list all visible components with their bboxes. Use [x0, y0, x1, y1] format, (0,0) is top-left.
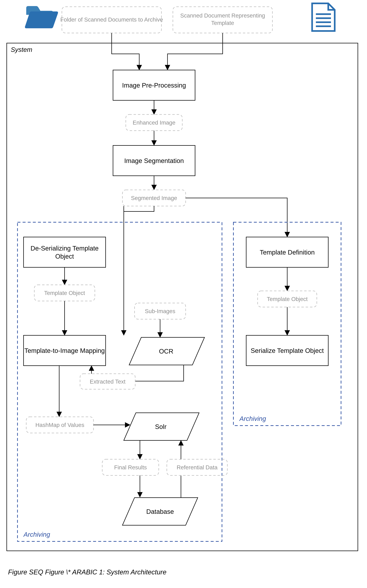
svg-text:Referential Data: Referential Data: [177, 464, 217, 471]
svg-text:Image Pre-Processing: Image Pre-Processing: [122, 82, 186, 89]
svg-text:Template Object: Template Object: [44, 290, 85, 296]
svg-text:Image Segmentation: Image Segmentation: [124, 157, 184, 164]
data-enhanced-image: Enhanced Image: [126, 114, 182, 131]
figure-caption: Figure SEQ Figure \* ARABIC 1: System Ar…: [8, 568, 167, 576]
svg-text:Extracted Text: Extracted Text: [90, 379, 125, 385]
proc-template-to-image-mapping: Template-to-Image Mapping: [24, 335, 106, 366]
input-folder-box: Folder of Scanned Documents to Archive: [60, 7, 163, 33]
data-sub-images: Sub-Images: [134, 303, 186, 319]
edge-segimg-right: [186, 198, 287, 237]
svg-text:Template Object: Template Object: [267, 296, 308, 302]
input-folder-label: Folder of Scanned Documents to Archive: [60, 17, 163, 23]
proc-database: Database: [122, 498, 198, 525]
proc-solr: Solr: [124, 413, 199, 441]
svg-text:Final Results: Final Results: [114, 464, 147, 471]
data-final-results: Final Results: [102, 459, 159, 476]
proc-template-definition: Template Definition: [246, 237, 328, 267]
input-doc-label-line1: Scanned Document Representing: [180, 12, 265, 19]
proc-image-segmentation: Image Segmentation: [113, 146, 195, 176]
svg-text:Template-to-Image Mapping: Template-to-Image Mapping: [24, 347, 105, 354]
archiving-right-label: Archiving: [239, 415, 266, 422]
data-extracted-text: Extracted Text: [80, 374, 135, 389]
data-template-object-left: Template Object: [34, 285, 95, 301]
svg-text:Template Definition: Template Definition: [260, 249, 315, 256]
svg-text:OCR: OCR: [159, 348, 173, 355]
svg-text:HashMap of Values: HashMap of Values: [35, 422, 84, 428]
diagram-svg: Folder of Scanned Documents to Archive S…: [0, 0, 367, 588]
data-hashmap-values: HashMap of Values: [26, 417, 93, 433]
proc-image-preprocessing: Image Pre-Processing: [113, 70, 195, 100]
proc-serialize-template: Serialize Template Object: [246, 335, 328, 366]
svg-text:Database: Database: [146, 508, 174, 515]
data-segmented-image: Segmented Image: [122, 190, 186, 206]
svg-text:De-Serializing Template: De-Serializing Template: [31, 245, 99, 252]
input-doc-label-line2: Template: [211, 20, 234, 26]
edge-ocr-down: [135, 365, 184, 381]
proc-ocr: OCR: [129, 337, 204, 365]
svg-text:Solr: Solr: [155, 423, 167, 430]
folder-icon: [25, 6, 58, 28]
data-referential-data: Referential Data: [167, 459, 227, 476]
proc-deserialize-template: De-Serializing Template Object De-Serial…: [0, 0, 106, 267]
svg-text:Object: Object: [55, 253, 74, 260]
svg-text:Sub-Images: Sub-Images: [145, 308, 175, 314]
svg-text:Segmented Image: Segmented Image: [131, 195, 177, 201]
edge-segimg-to-trunk: [124, 206, 154, 211]
svg-text:Enhanced Image: Enhanced Image: [133, 120, 175, 126]
svg-text:Serialize Template Object: Serialize Template Object: [251, 347, 324, 354]
edge-doc-to-preproc: [167, 33, 223, 70]
diagram-page: Folder of Scanned Documents to Archive S…: [0, 0, 367, 588]
data-template-object-right: Template Object: [258, 291, 317, 307]
document-icon: [312, 3, 335, 31]
edge-trunk-into-mapping: [106, 335, 124, 350]
archiving-left-label: Archiving: [23, 531, 50, 538]
svg-rect-22: [24, 237, 106, 267]
edge-folder-to-preproc: [112, 33, 139, 70]
system-label: System: [11, 46, 32, 53]
